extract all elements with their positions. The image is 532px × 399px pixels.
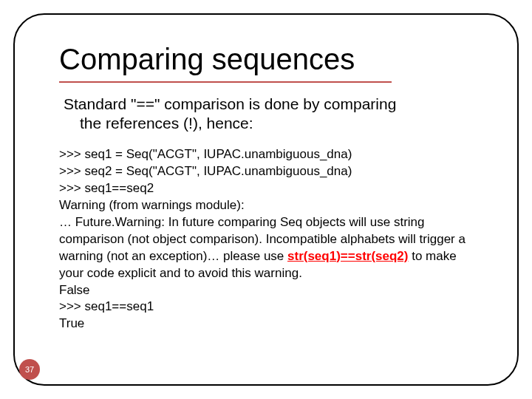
subtitle-line-1: Standard "==" comparison is done by comp…	[64, 95, 396, 112]
code-line: Warning (from warnings module):	[59, 197, 482, 214]
page-number-badge: 37	[19, 359, 40, 380]
code-line: >>> seq1==seq2	[59, 180, 482, 197]
slide: Comparing sequences Standard "==" compar…	[0, 0, 532, 399]
code-line: >>> seq1==seq1	[59, 299, 482, 316]
code-block: >>> seq1 = Seq("ACGT", IUPAC.unambiguous…	[59, 146, 482, 332]
page-number: 37	[25, 365, 34, 374]
code-line: >>> seq1 = Seq("ACGT", IUPAC.unambiguous…	[59, 146, 482, 163]
code-line: False	[59, 282, 482, 299]
code-line: True	[59, 316, 482, 332]
title-underline	[59, 81, 392, 83]
slide-subtitle: Standard "==" comparison is done by comp…	[64, 95, 477, 134]
subtitle-line-2: the references (!), hence:	[64, 114, 477, 133]
slide-title: Comparing sequences	[59, 43, 355, 76]
code-line: >>> seq2 = Seq("ACGT", IUPAC.unambiguous…	[59, 163, 482, 180]
code-warning-line: … Future.Warning: In future comparing Se…	[59, 214, 482, 282]
code-emphasis: str(seq1)==str(seq2)	[287, 249, 408, 263]
